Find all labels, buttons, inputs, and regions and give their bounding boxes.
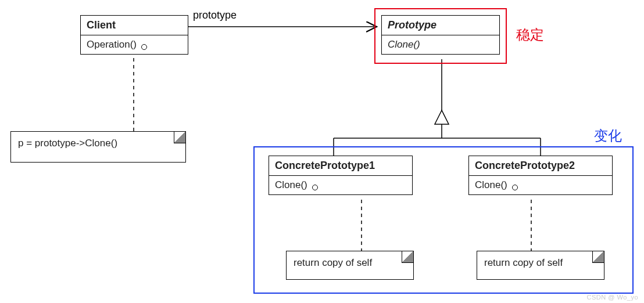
stable-region-box <box>374 8 507 64</box>
watermark: CSDN @ Wo_yo <box>587 294 638 301</box>
pin-icon <box>141 44 147 50</box>
uml-class-client: Client Operation() <box>80 15 188 55</box>
stable-region-label: 稳定 <box>516 26 544 44</box>
change-region-box <box>253 146 634 294</box>
note-fold-icon <box>174 132 185 143</box>
association-label: prototype <box>193 9 237 21</box>
svg-marker-2 <box>435 110 449 124</box>
client-operation: Operation() <box>81 35 188 54</box>
change-region-label: 变化 <box>594 127 622 145</box>
note-client: p = prototype->Clone() <box>10 131 186 163</box>
client-name: Client <box>81 16 188 35</box>
